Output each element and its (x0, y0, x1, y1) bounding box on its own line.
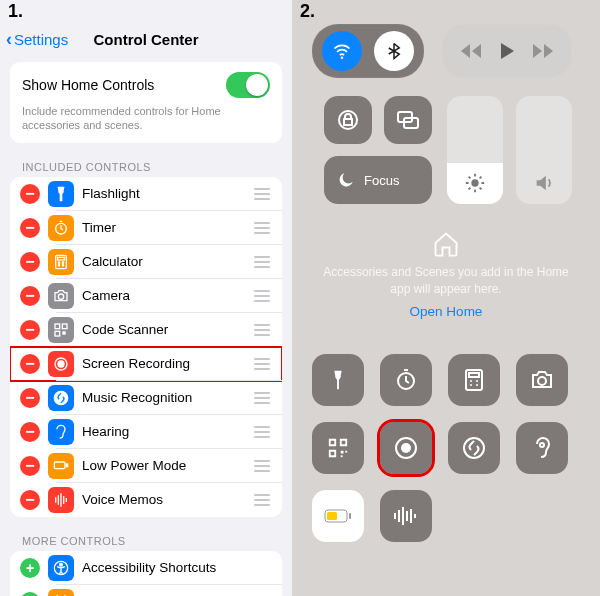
row-label: Accessibility Shortcuts (82, 560, 272, 575)
shazam-icon (48, 385, 74, 411)
reorder-handle[interactable] (252, 392, 272, 404)
battery-icon (324, 508, 352, 524)
remove-button[interactable]: − (20, 286, 40, 306)
remove-button[interactable]: − (20, 422, 40, 442)
connectivity-group[interactable] (312, 24, 424, 78)
svg-point-28 (470, 380, 472, 382)
svg-rect-15 (54, 462, 65, 469)
screen-mirror-button[interactable] (384, 96, 432, 144)
row-label: Camera (82, 288, 244, 303)
reorder-handle[interactable] (252, 256, 272, 268)
show-home-card: Show Home Controls Include recommended c… (10, 62, 282, 143)
svg-point-3 (58, 262, 59, 263)
rotation-lock-button[interactable] (324, 96, 372, 144)
more-controls-list: + Accessibility Shortcuts + Alarm (10, 551, 282, 596)
reorder-handle[interactable] (252, 494, 272, 506)
list-row[interactable]: − Voice Memos (10, 483, 282, 517)
nav-header: ‹ Settings Control Center (0, 24, 292, 54)
remove-button[interactable]: − (20, 354, 40, 374)
cc-voice-memos-button[interactable] (380, 490, 432, 542)
list-row[interactable]: − Hearing (10, 415, 282, 449)
reorder-handle[interactable] (252, 222, 272, 234)
svg-rect-33 (341, 451, 344, 454)
svg-point-37 (401, 443, 411, 453)
row-label: Flashlight (82, 186, 244, 201)
wifi-button[interactable] (322, 31, 362, 71)
reorder-handle[interactable] (252, 358, 272, 370)
list-row[interactable]: − Calculator (10, 245, 282, 279)
step-2-label: 2. (300, 1, 315, 22)
list-row[interactable]: − Timer (10, 211, 282, 245)
remove-button[interactable]: − (20, 490, 40, 510)
add-button[interactable]: + (20, 592, 40, 596)
list-row[interactable]: + Alarm (10, 585, 282, 596)
svg-point-29 (476, 380, 478, 382)
remove-button[interactable]: − (20, 320, 40, 340)
bluetooth-button[interactable] (374, 31, 414, 71)
reorder-handle[interactable] (252, 426, 272, 438)
waveform-icon (393, 506, 419, 526)
list-row[interactable]: − Code Scanner (10, 313, 282, 347)
row-label: Timer (82, 220, 244, 235)
row-label: Code Scanner (82, 322, 244, 337)
list-row[interactable]: − Flashlight (10, 177, 282, 211)
more-section-header: MORE CONTROLS (22, 535, 292, 547)
show-home-label: Show Home Controls (22, 77, 154, 93)
cc-timer-button[interactable] (380, 354, 432, 406)
cc-code-scanner-button[interactable] (312, 422, 364, 474)
camera-icon (48, 283, 74, 309)
list-row[interactable]: − Screen Recording (10, 347, 282, 381)
cc-calculator-button[interactable] (448, 354, 500, 406)
cc-camera-button[interactable] (516, 354, 568, 406)
open-home-link[interactable]: Open Home (314, 304, 578, 319)
remove-button[interactable]: − (20, 218, 40, 238)
row-label: Screen Recording (82, 356, 244, 371)
list-row[interactable]: − Music Recognition (10, 381, 282, 415)
remove-button[interactable]: − (20, 456, 40, 476)
cc-screen-recording-button[interactable] (380, 422, 432, 474)
svg-point-13 (58, 361, 64, 367)
reorder-handle[interactable] (252, 290, 272, 302)
brightness-slider[interactable] (447, 96, 503, 204)
record-icon (393, 435, 419, 461)
moon-icon (336, 170, 356, 190)
svg-point-39 (540, 443, 544, 447)
cc-flashlight-button[interactable] (312, 354, 364, 406)
reorder-handle[interactable] (252, 460, 272, 472)
media-group[interactable] (442, 24, 572, 78)
remove-button[interactable]: − (20, 252, 40, 272)
svg-point-4 (62, 262, 63, 263)
camera-icon (530, 370, 554, 390)
cc-hearing-button[interactable] (516, 422, 568, 474)
step-1-label: 1. (8, 1, 23, 22)
shazam-icon (462, 436, 486, 460)
show-home-toggle[interactable] (226, 72, 270, 98)
volume-slider[interactable] (516, 96, 572, 204)
focus-button[interactable]: Focus (324, 156, 432, 204)
list-row[interactable]: + Accessibility Shortcuts (10, 551, 282, 585)
row-label: Voice Memos (82, 492, 244, 507)
list-row[interactable]: − Camera (10, 279, 282, 313)
svg-rect-27 (469, 373, 479, 377)
record-icon (48, 351, 74, 377)
add-button[interactable]: + (20, 558, 40, 578)
home-block: Accessories and Scenes you add in the Ho… (314, 230, 578, 319)
cc-shazam-button[interactable] (448, 422, 500, 474)
focus-label: Focus (364, 173, 399, 188)
list-row[interactable]: − Low Power Mode (10, 449, 282, 483)
row-label: Music Recognition (82, 390, 244, 405)
row-label: Low Power Mode (82, 458, 244, 473)
reorder-handle[interactable] (252, 188, 272, 200)
battery-icon (48, 453, 74, 479)
reorder-handle[interactable] (252, 324, 272, 336)
remove-button[interactable]: − (20, 388, 40, 408)
remove-button[interactable]: − (20, 184, 40, 204)
row-label: Hearing (82, 424, 244, 439)
forward-icon[interactable] (531, 42, 555, 60)
alarm-icon (48, 589, 74, 596)
cc-low-power-button[interactable] (312, 490, 364, 542)
play-icon[interactable] (499, 42, 515, 60)
svg-rect-9 (62, 324, 67, 329)
rewind-icon[interactable] (459, 42, 483, 60)
svg-rect-11 (63, 332, 65, 334)
